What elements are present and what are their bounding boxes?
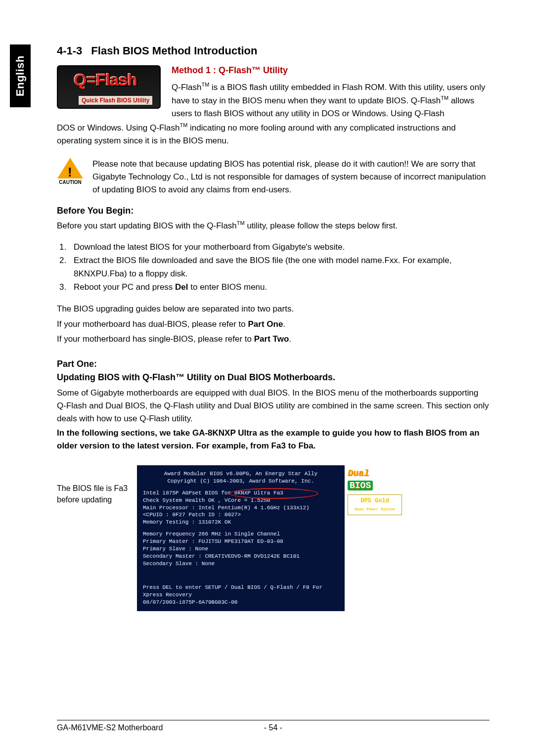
- part-one-p1: Some of Gigabyte motherboards are equipp…: [57, 387, 490, 426]
- bios-screenshot: DualBIOS DPS GoldDual Power System Award…: [137, 465, 345, 611]
- bios-line: <CPUID : 0F27 Patch ID : 0027>: [143, 511, 339, 519]
- text: is a BIOS flash utility embedded in Flas…: [172, 83, 485, 105]
- text: Before you start updating BIOS with the …: [57, 221, 237, 230]
- part-one-subheading: Updating BIOS with Q-Flash™ Utility on D…: [57, 372, 490, 383]
- text: Intel i875P AGPset BIOS for: [143, 490, 234, 496]
- text: utility, please follow the steps below f…: [245, 221, 398, 230]
- list-item: Download the latest BIOS for your mother…: [69, 240, 490, 254]
- bios-line: Check System Health OK , VCore = 1.5250: [143, 497, 339, 504]
- caution-icon: CAUTION: [57, 158, 84, 185]
- method1-para-cont: DOS or Windows. Using Q-FlashTM indicati…: [57, 121, 490, 147]
- text: to enter BIOS menu.: [188, 282, 267, 292]
- text: DPS Gold: [360, 497, 389, 504]
- text: If your motherboard has single-BIOS, ple…: [57, 334, 254, 344]
- section-number: 4-1-3: [57, 44, 82, 57]
- bios-line: Intel i875P AGPset BIOS for 8KNXP Ultra …: [143, 489, 339, 497]
- circled-version: 8KNXP Ultra Fa3: [234, 490, 283, 496]
- guides-intro: The BIOS upgrading guides below are sepa…: [57, 303, 490, 315]
- text: Q-Flash: [172, 83, 201, 92]
- screenshot-caption: The BIOS file is Fa3 before updating: [57, 483, 131, 505]
- guides-dual: If your motherboard has dual-BIOS, pleas…: [57, 318, 490, 331]
- footer-page: - 54 -: [256, 723, 291, 732]
- qflash-logo-text: Q=Flash: [74, 70, 137, 89]
- before-steps: Download the latest BIOS for your mother…: [69, 240, 490, 294]
- dual-bios-logo: DualBIOS: [348, 467, 402, 491]
- key-del: Del: [175, 282, 188, 292]
- tm-mark: TM: [179, 122, 187, 128]
- text: BIOS: [348, 481, 373, 490]
- before-heading: Before You Begin:: [57, 206, 490, 216]
- tm-mark: TM: [201, 82, 209, 88]
- before-intro: Before you start updating BIOS with the …: [57, 219, 490, 232]
- method1-para-top: Q-FlashTM is a BIOS flash utility embedd…: [172, 81, 490, 120]
- part-one-heading: Part One:: [57, 359, 490, 369]
- bios-line: Memory Testing : 131072K OK: [143, 519, 339, 526]
- part-one-ref: Part One: [248, 319, 283, 329]
- text: DOS or Windows. Using Q-Flash: [57, 123, 179, 133]
- bios-line: Primary Slave : None: [143, 545, 339, 553]
- bios-line: 08/07/2003-i875P-6A79BG03C-00: [143, 599, 339, 606]
- section-title-text: Flash BIOS Method Introduction: [91, 44, 257, 57]
- bios-line: Secondary Slave : None: [143, 560, 339, 568]
- bios-line: Memory Frequency 266 MHz in Single Chann…: [143, 531, 339, 538]
- guides-single: If your motherboard has single-BIOS, ple…: [57, 333, 490, 346]
- text: 8KNXP Ultra Fa3: [234, 490, 283, 496]
- text: If your motherboard has dual-BIOS, pleas…: [57, 319, 248, 329]
- text: .: [283, 319, 285, 329]
- tm-mark: TM: [237, 220, 245, 226]
- bios-line: Secondary Master : CREATIVEDVD-RM DVD124…: [143, 553, 339, 560]
- bios-line: Press DEL to enter SETUP / Dual BIOS / Q…: [143, 584, 339, 599]
- bios-line: Main Processor : Intel Pentium(R) 4 1.6G…: [143, 504, 339, 512]
- language-tab: English: [10, 44, 31, 107]
- method1-heading: Method 1 : Q-Flash™ Utility: [172, 65, 490, 76]
- text: .: [289, 334, 291, 344]
- bios-line: Copyright (C) 1984-2003, Award Software,…: [143, 478, 339, 485]
- list-item: Extract the BIOS file downloaded and sav…: [69, 254, 490, 280]
- caution-text: Please note that because updating BIOS h…: [92, 158, 490, 197]
- part-one-p2: In the following sections, we take GA-8K…: [57, 427, 490, 453]
- page-footer: GA-M61VME-S2 Motherboard - 54 -: [57, 720, 490, 732]
- text: Reboot your PC and press: [74, 282, 175, 292]
- qflash-logo: Q=Flash Quick Flash BIOS Utility: [57, 65, 161, 109]
- footer-model: GA-M61VME-S2 Motherboard: [57, 723, 256, 732]
- list-item: Reboot your PC and press Del to enter BI…: [69, 280, 490, 294]
- section-heading: 4-1-3Flash BIOS Method Introduction: [57, 44, 490, 57]
- text: Dual: [348, 468, 369, 478]
- dps-gold-logo: DPS GoldDual Power System: [348, 494, 402, 515]
- text: Dual Power System: [355, 507, 395, 511]
- bios-line: Award Modular BIOS v6.00PG, An Energy St…: [143, 470, 339, 478]
- qflash-logo-sub: Quick Flash BIOS Utility: [79, 96, 152, 105]
- bios-line: Primary Master : FUJITSU MPE3170AT ED-03…: [143, 538, 339, 545]
- part-two-ref: Part Two: [254, 334, 289, 344]
- tm-mark: TM: [441, 95, 448, 101]
- caution-label: CAUTION: [57, 179, 84, 185]
